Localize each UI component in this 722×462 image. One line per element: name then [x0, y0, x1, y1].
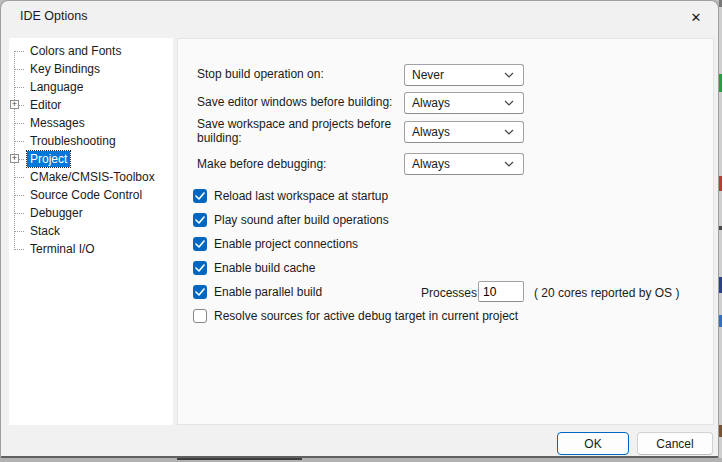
- sidebar-item-debugger[interactable]: Debugger: [9, 204, 173, 222]
- dropdown-value: Never: [412, 68, 444, 82]
- ok-button[interactable]: OK: [557, 432, 629, 455]
- sidebar-item-troubleshooting[interactable]: Troubleshooting: [9, 132, 173, 150]
- chevron-down-icon: [504, 161, 514, 167]
- expand-plus-icon[interactable]: +: [10, 100, 19, 109]
- stop-build-label: Stop build operation on:: [197, 67, 324, 81]
- cores-note: ( 20 cores reported by OS ): [534, 286, 679, 300]
- options-tree: Colors and Fonts Key Bindings Language +…: [9, 38, 173, 425]
- resolve-sources-checkbox-row[interactable]: Resolve sources for active debug target …: [193, 308, 518, 324]
- sidebar-item-source-code-control[interactable]: Source Code Control: [9, 186, 173, 204]
- checkbox-label: Play sound after build operations: [214, 213, 389, 227]
- checkbox-label: Reload last workspace at startup: [214, 189, 388, 203]
- sidebar-item-terminal-io[interactable]: Terminal I/O: [9, 240, 173, 258]
- sidebar-item-language[interactable]: Language: [9, 78, 173, 96]
- build-cache-checkbox-row[interactable]: Enable build cache: [193, 260, 315, 276]
- sidebar-item-project[interactable]: + Project: [9, 150, 173, 168]
- checkbox-label: Enable project connections: [214, 237, 358, 251]
- close-icon: ✕: [691, 10, 702, 25]
- checkbox-checked-icon[interactable]: [193, 213, 207, 227]
- play-sound-checkbox-row[interactable]: Play sound after build operations: [193, 212, 389, 228]
- background-app-bottom: [0, 458, 722, 462]
- background-sliver: [177, 458, 302, 460]
- processes-input[interactable]: [478, 281, 524, 302]
- reload-workspace-checkbox-row[interactable]: Reload last workspace at startup: [193, 188, 388, 204]
- chevron-down-icon: [504, 129, 514, 135]
- title-bar[interactable]: IDE Options: [1, 1, 718, 31]
- sidebar-item-key-bindings[interactable]: Key Bindings: [9, 60, 173, 78]
- checkbox-checked-icon[interactable]: [193, 189, 207, 203]
- make-before-debug-dropdown[interactable]: Always: [404, 153, 524, 175]
- chevron-down-icon: [504, 72, 514, 78]
- checkbox-label: Resolve sources for active debug target …: [214, 309, 518, 323]
- dropdown-value: Always: [412, 157, 450, 171]
- sidebar-item-messages[interactable]: Messages: [9, 114, 173, 132]
- project-settings-panel: Stop build operation on: Never Save edit…: [177, 38, 714, 425]
- make-before-debug-label: Make before debugging:: [197, 157, 326, 171]
- checkbox-unchecked-icon[interactable]: [193, 309, 207, 323]
- parallel-build-checkbox-row[interactable]: Enable parallel build: [193, 284, 322, 300]
- processes-label: Processes:: [421, 286, 480, 300]
- save-workspace-label: Save workspace and projects before build…: [197, 117, 397, 145]
- save-workspace-dropdown[interactable]: Always: [404, 121, 524, 143]
- project-connections-checkbox-row[interactable]: Enable project connections: [193, 236, 358, 252]
- close-button[interactable]: ✕: [680, 6, 712, 28]
- sidebar-item-colors-and-fonts[interactable]: Colors and Fonts: [9, 42, 173, 60]
- stop-build-dropdown[interactable]: Never: [404, 64, 524, 86]
- dialog-title: IDE Options: [20, 9, 87, 23]
- dropdown-value: Always: [412, 96, 450, 110]
- cancel-button[interactable]: Cancel: [637, 432, 713, 455]
- save-editor-dropdown[interactable]: Always: [404, 92, 524, 114]
- dropdown-value: Always: [412, 125, 450, 139]
- sidebar-item-editor[interactable]: + Editor: [9, 96, 173, 114]
- expand-plus-icon[interactable]: +: [10, 154, 19, 163]
- checkbox-checked-icon[interactable]: [193, 237, 207, 251]
- checkbox-checked-icon[interactable]: [193, 261, 207, 275]
- checkbox-label: Enable build cache: [214, 261, 315, 275]
- checkbox-checked-icon[interactable]: [193, 285, 207, 299]
- checkbox-label: Enable parallel build: [214, 285, 322, 299]
- save-editor-label: Save editor windows before building:: [197, 95, 392, 109]
- sidebar-item-stack[interactable]: Stack: [9, 222, 173, 240]
- sidebar-item-cmake-cmsis-toolbox[interactable]: CMake/CMSIS-Toolbox: [9, 168, 173, 186]
- chevron-down-icon: [504, 100, 514, 106]
- ide-options-dialog: IDE Options ✕ Colors and Fonts Key Bindi…: [0, 0, 719, 458]
